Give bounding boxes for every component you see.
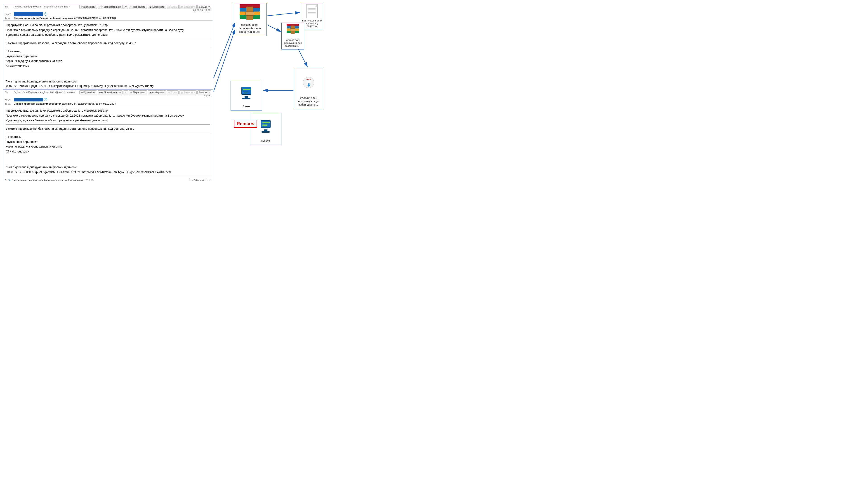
from-label: Від (5, 5, 14, 8)
body-line: Глушко Іван Кирилович (6, 140, 210, 144)
chevron-down-icon (209, 180, 210, 181)
body-line: Просимо в терміновому порядку в строк до… (6, 28, 210, 32)
reply-icon: ↩ (81, 91, 83, 94)
save-caret[interactable] (207, 179, 211, 181)
reply-all-caret[interactable] (123, 5, 128, 9)
email-toolbar: ↩Відповісти ↩↩Відповісти всім ↪Переслати… (79, 90, 211, 94)
node-rar-inner: судовий лист, інформація щодо заборгуван… (281, 23, 304, 50)
body-line: У додатку довідка за Вашим особовим раху… (6, 33, 210, 37)
body-line: Інформуємо Вас, що за лівим рахунком є з… (6, 108, 210, 113)
node-sqlexe: sql.exe (250, 113, 281, 145)
to-redacted (14, 98, 43, 101)
subject-label: Тема (5, 17, 14, 20)
to-redacted (14, 12, 43, 16)
body-line: Керівник відділу з корпоративних клієнті… (6, 144, 210, 149)
email-header: ↩Відповісти ↩↩Відповісти всім ↪Переслати… (3, 90, 213, 106)
archive-label: Архівувати (152, 91, 164, 94)
body-line: Інформуємо Вас, що за лівим рахунком є з… (6, 23, 210, 27)
node-nsis: судовий лист, інформація щодо заборгуван… (294, 68, 323, 109)
reply-icon: ↩ (81, 6, 83, 8)
reply-all-button[interactable]: ↩↩Відповісти всім (98, 5, 123, 9)
remcos-label: Remcos (234, 120, 257, 128)
archive-button[interactable]: ▣Архівувати (148, 5, 166, 9)
attach-size: 535 КБ (86, 179, 94, 181)
reply-button[interactable]: ↩Відповісти (79, 90, 97, 94)
file-caption: sql.exe (251, 139, 280, 143)
reply-all-icon: ↩↩ (99, 6, 103, 8)
setup-icon (259, 120, 272, 133)
forward-button[interactable]: ↪Переслати (129, 90, 147, 94)
forward-label: Переслати (133, 91, 145, 94)
file-caption: 2.exe (232, 105, 261, 108)
more-button[interactable]: Більше (197, 90, 211, 94)
reply-label: Відповісти (84, 5, 95, 8)
email-body: Інформуємо Вас, що за лівим рахунком є з… (3, 21, 213, 91)
body-line: Глушко Іван Кирилович (6, 54, 210, 59)
chevron-down-icon (209, 6, 210, 7)
node-rar-outer: судовий лист, інформація щодо заборгуван… (233, 3, 267, 36)
body-signature: UzUle8sKSFH8IkTLh0qZy9uVj4m8zM5H6UzmmFSY… (6, 170, 210, 174)
body-line: Просимо в терміновому порядку в строк до… (6, 113, 210, 118)
attach-count: 1 вкладення: (12, 179, 27, 181)
body-line: Керівник відділу з корпоративних клієнті… (6, 59, 210, 63)
node-2exe: 2.exe (230, 81, 262, 110)
body-line: З Повагою, (6, 135, 210, 139)
file-caption: судовий лист, інформація щодо заборгуван… (283, 39, 303, 47)
more-label: Більше (199, 91, 207, 94)
chevron-down-icon (125, 6, 127, 7)
body-signature: Лист підписано індивідуальним цифровим п… (6, 165, 210, 169)
body-line: У додатку довідка за Вашим особовим раху… (6, 118, 210, 123)
body-line: З метою інформаційної безпеки, на вкладе… (6, 127, 210, 131)
email-datetime: 05.02.23, 23:37 (3, 8, 213, 12)
save-button[interactable]: ⤓Зберегти (189, 178, 206, 181)
expand-icon[interactable]: ❯ (5, 179, 7, 181)
node-txt: Ваш персональний код доступу -254507.txt (301, 3, 323, 30)
body-line: АТ «Укртелеком» (6, 149, 210, 154)
reply-all-button[interactable]: ↩↩Відповісти всім (98, 90, 123, 94)
spam-label: Спам (171, 5, 177, 8)
reply-all-caret[interactable] (123, 90, 128, 94)
trash-icon: 🗑 (181, 91, 183, 94)
archive-icon: ▣ (149, 6, 151, 8)
email-panel-2: ↩Відповісти ↩↩Відповісти всім ↪Переслати… (3, 89, 213, 181)
delete-label: Видалити (184, 5, 195, 8)
file-caption: Ваш персональний код доступу -254507.txt (302, 19, 322, 28)
txt-icon (306, 4, 318, 18)
more-button[interactable]: Більше (197, 5, 211, 9)
attachment-bar: ❯ 📎 1 вкладення: судовий лист, інформаці… (3, 177, 213, 181)
attach-name: судовий лист, інформація щодо заборгуван… (28, 179, 84, 181)
reply-button[interactable]: ↩Відповісти (79, 5, 97, 9)
email-toolbar: ↩Відповісти ↩↩Відповісти всім ↪Переслати… (79, 5, 211, 9)
subject-label: Тема (5, 102, 14, 105)
diagram-canvas: ↩Відповісти ↩↩Відповісти всім ↪Переслати… (0, 0, 339, 181)
email-datetime: 10:31 (3, 94, 213, 97)
delete-button[interactable]: 🗑Видалити (179, 5, 197, 9)
edit-icon[interactable] (44, 98, 47, 101)
save-label: Зберегти (194, 179, 204, 181)
rar-icon (287, 24, 299, 32)
more-label: Більше (199, 5, 207, 8)
archive-icon: ▣ (149, 91, 151, 94)
reply-all-label: Відповісти всім (103, 5, 121, 8)
spam-button[interactable]: ⊘Спам (167, 90, 179, 94)
delete-button[interactable]: 🗑Видалити (179, 90, 197, 94)
to-label: Кому (5, 98, 14, 101)
edit-icon[interactable] (44, 12, 47, 15)
rar-icon (240, 4, 260, 22)
archive-label: Архівувати (152, 5, 164, 8)
setup-icon (240, 87, 253, 99)
body-signature: Лист підписано індивідуальним цифровим п… (6, 79, 210, 88)
forward-icon: ↪ (130, 91, 132, 94)
spam-button[interactable]: ⊘Спам (167, 5, 179, 9)
forward-button[interactable]: ↪Переслати (129, 5, 147, 9)
svg-line-4 (298, 49, 307, 67)
spam-icon: ⊘ (168, 91, 170, 94)
body-line: З Повагою, (6, 49, 210, 54)
email-panel-1: ↩Відповісти ↩↩Відповісти всім ↪Переслати… (3, 4, 213, 97)
file-caption: судовий лист, інформація щодо заборгуван… (234, 23, 266, 34)
archive-button[interactable]: ▣Архівувати (148, 90, 166, 94)
forward-icon: ↪ (130, 6, 132, 8)
svg-line-0 (214, 23, 235, 78)
email-body: Інформуємо Вас, що за лівим рахунком є з… (3, 106, 213, 177)
body-line: АТ «Укртелеком» (6, 64, 210, 68)
